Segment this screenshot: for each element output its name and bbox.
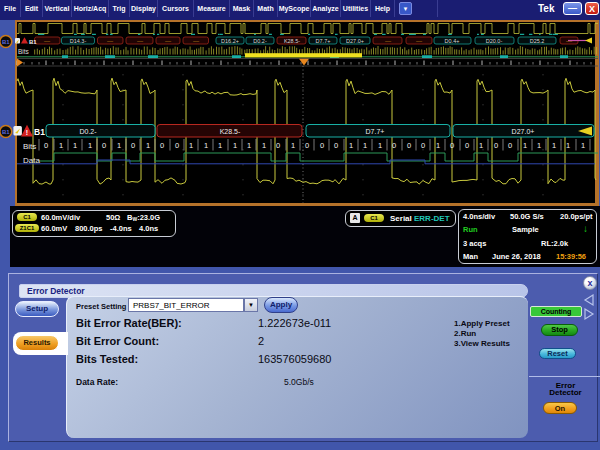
svg-text:0: 0: [131, 141, 135, 150]
svg-text:Bits: Bits: [18, 48, 30, 55]
svg-text:D7.7+: D7.7+: [316, 38, 331, 44]
svg-text:Bits: Bits: [23, 142, 36, 151]
svg-text:0: 0: [44, 141, 48, 150]
svg-text:––: ––: [107, 38, 114, 44]
svg-text:1: 1: [349, 141, 353, 150]
svg-text:1: 1: [117, 141, 121, 150]
svg-text:0: 0: [305, 141, 309, 150]
svg-text:1: 1: [73, 141, 77, 150]
svg-text:B1: B1: [2, 129, 10, 135]
svg-text:1: 1: [378, 141, 382, 150]
svg-text:––: ––: [385, 38, 392, 44]
svg-text:0: 0: [508, 141, 512, 150]
svg-text:D0.2-: D0.2-: [79, 128, 97, 135]
svg-text:0: 0: [465, 141, 469, 150]
svg-text:K28.5-: K28.5-: [220, 128, 241, 135]
svg-text:D0.2-: D0.2-: [253, 38, 267, 44]
svg-text:––: ––: [165, 38, 172, 44]
svg-text:0: 0: [334, 141, 338, 150]
svg-text:1: 1: [247, 141, 251, 150]
svg-text:B1: B1: [34, 127, 45, 137]
svg-text:0: 0: [494, 141, 498, 150]
svg-text:––: ––: [44, 38, 51, 44]
svg-text:0: 0: [421, 141, 425, 150]
svg-text:0: 0: [320, 141, 324, 150]
svg-text:B1: B1: [2, 39, 10, 45]
svg-text:D16.2+: D16.2+: [221, 38, 239, 44]
svg-text:D14.3-: D14.3-: [70, 38, 87, 44]
svg-text:1: 1: [291, 141, 295, 150]
svg-text:1: 1: [146, 141, 150, 150]
svg-text:0: 0: [450, 141, 454, 150]
svg-text:Data: Data: [23, 156, 40, 165]
svg-text:1: 1: [581, 141, 585, 150]
svg-text:D27.0+: D27.0+: [346, 38, 364, 44]
svg-text:0: 0: [102, 141, 106, 150]
svg-text:1: 1: [262, 141, 266, 150]
svg-text:K28.5-: K28.5-: [284, 38, 300, 44]
svg-text:D0.4+: D0.4+: [445, 38, 460, 44]
svg-text:1: 1: [189, 141, 193, 150]
svg-text:!: !: [26, 129, 28, 136]
svg-text:0: 0: [160, 141, 164, 150]
svg-text:1: 1: [59, 141, 63, 150]
svg-text:1: 1: [479, 141, 483, 150]
svg-text:B1: B1: [29, 39, 37, 45]
svg-text:––: ––: [137, 38, 144, 44]
svg-text:0: 0: [392, 141, 396, 150]
svg-text:1: 1: [363, 141, 367, 150]
svg-text:0: 0: [276, 141, 280, 150]
svg-text:0: 0: [407, 141, 411, 150]
svg-text:1: 1: [218, 141, 222, 150]
svg-text:D27.0+: D27.0+: [512, 128, 535, 135]
svg-text:1: 1: [88, 141, 92, 150]
svg-text:1: 1: [552, 141, 556, 150]
svg-text:D7.7+: D7.7+: [366, 128, 385, 135]
svg-text:––: ––: [416, 38, 423, 44]
svg-text:1: 1: [523, 141, 527, 150]
svg-text:1: 1: [233, 141, 237, 150]
svg-text:1: 1: [436, 141, 440, 150]
svg-text:1: 1: [566, 141, 570, 150]
svg-text:––: ––: [193, 38, 200, 44]
svg-text:0: 0: [175, 141, 179, 150]
svg-text:D25.2: D25.2: [530, 38, 545, 44]
svg-text:D20.0-: D20.0-: [486, 38, 503, 44]
svg-text:1: 1: [204, 141, 208, 150]
svg-text:1: 1: [537, 141, 541, 150]
